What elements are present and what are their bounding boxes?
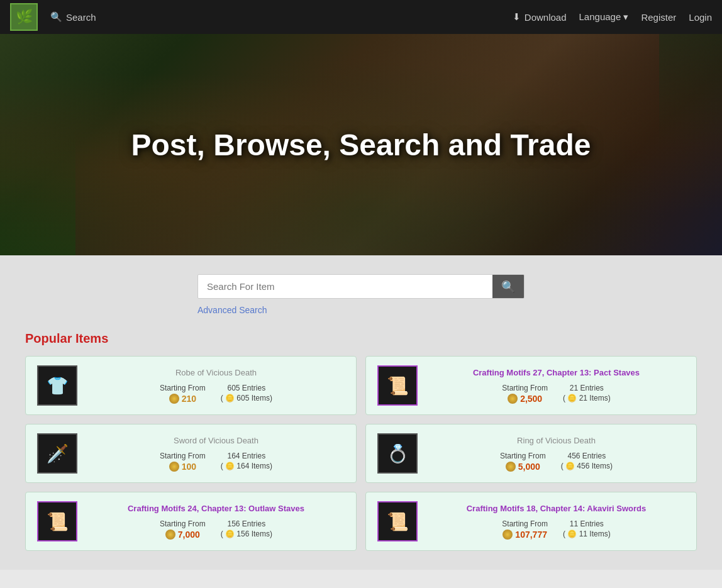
- item-price-block: Starting From 2,500: [502, 384, 548, 404]
- starting-from-label: Starting From: [502, 519, 548, 528]
- item-icon: 📜: [37, 501, 77, 541]
- item-entries-block: 21 Entries ( 🪙 21 Items): [563, 384, 611, 402]
- search-submit-button[interactable]: 🔍: [492, 275, 524, 298]
- item-name: Ring of Vicious Death: [517, 436, 596, 445]
- items-grid: 👕 Robe of Vicious Death Starting From 21…: [25, 356, 697, 551]
- entries-count: 605 Entries: [227, 384, 265, 392]
- item-price: 2,500: [508, 394, 542, 404]
- items-count: ( 🪙 164 Items): [221, 462, 272, 470]
- item-card-robe-vicious-death[interactable]: 👕 Robe of Vicious Death Starting From 21…: [25, 356, 357, 415]
- nav-download-label: Download: [525, 12, 567, 23]
- entries-count: 156 Entries: [227, 519, 265, 528]
- item-icon-symbol: 📜: [387, 511, 409, 532]
- item-icon-symbol: 📜: [47, 511, 69, 532]
- hero-title: Post, Browse, Search and Trade: [131, 128, 591, 162]
- item-price-block: Starting From 7,000: [160, 519, 206, 540]
- coin-icon: [169, 394, 179, 404]
- item-card-crafting-motifs-24[interactable]: 📜 Crafting Motifs 24, Chapter 13: Outlaw…: [25, 492, 357, 551]
- entries-count: 11 Entries: [570, 519, 604, 528]
- item-entries-block: 605 Entries ( 🪙 605 Items): [221, 384, 272, 402]
- item-icon: 📜: [377, 501, 418, 541]
- coin-icon: [503, 530, 513, 540]
- item-icon-symbol: 👕: [47, 375, 69, 396]
- items-count: ( 🪙 605 Items): [221, 394, 272, 402]
- navbar: 🌿 🔍 Search ⬇ Download Language ▾ Registe…: [0, 0, 722, 34]
- search-input[interactable]: [198, 275, 492, 298]
- nav-language-button[interactable]: Language ▾: [579, 11, 629, 23]
- entries-count: 456 Entries: [567, 452, 606, 460]
- item-icon-symbol: 📜: [387, 375, 409, 396]
- item-price-block: Starting From 5,000: [500, 452, 546, 472]
- entries-count: 164 Entries: [227, 452, 265, 460]
- nav-search-button[interactable]: 🔍 Search: [50, 11, 96, 23]
- item-price-block: Starting From 210: [160, 384, 206, 404]
- item-price-block: Starting From 100: [160, 452, 206, 472]
- item-price: 210: [169, 394, 196, 404]
- search-bar: 🔍: [197, 274, 525, 299]
- item-card-sword-vicious-death[interactable]: 🗡️ Sword of Vicious Death Starting From …: [25, 424, 357, 483]
- nav-login-label: Login: [689, 12, 712, 23]
- advanced-search-link[interactable]: Advanced Search: [197, 305, 267, 315]
- item-icon: 🗡️: [37, 433, 77, 474]
- starting-from-label: Starting From: [502, 384, 548, 392]
- site-logo[interactable]: 🌿: [10, 3, 38, 31]
- nav-register-label: Register: [641, 12, 676, 23]
- item-price: 100: [169, 462, 196, 472]
- item-name: Sword of Vicious Death: [174, 436, 258, 445]
- item-card-crafting-motifs-18[interactable]: 📜 Crafting Motifs 18, Chapter 14: Akavir…: [365, 492, 697, 551]
- coin-icon: [169, 462, 179, 472]
- item-price: 107,777: [503, 530, 547, 540]
- search-icon: 🔍: [50, 11, 62, 23]
- starting-from-label: Starting From: [500, 452, 546, 460]
- entries-count: 21 Entries: [570, 384, 604, 392]
- coin-icon: [506, 462, 516, 472]
- starting-from-label: Starting From: [160, 384, 206, 392]
- item-entries-block: 456 Entries ( 🪙 456 Items): [561, 452, 613, 470]
- item-name: Robe of Vicious Death: [175, 368, 257, 377]
- items-count: ( 🪙 21 Items): [563, 394, 611, 402]
- items-count: ( 🪙 11 Items): [563, 530, 611, 538]
- item-card-crafting-motifs-27[interactable]: 📜 Crafting Motifs 27, Chapter 13: Pact S…: [365, 356, 697, 415]
- item-name: Crafting Motifs 24, Chapter 13: Outlaw S…: [128, 504, 304, 513]
- item-price-block: Starting From 107,777: [502, 519, 548, 540]
- coin-icon: [508, 394, 518, 404]
- item-icon: 💍: [377, 433, 418, 474]
- popular-items-title: Popular Items: [25, 331, 697, 346]
- item-entries-block: 164 Entries ( 🪙 164 Items): [221, 452, 272, 470]
- items-count: ( 🪙 456 Items): [561, 462, 613, 470]
- item-icon: 👕: [37, 365, 77, 406]
- nav-language-label: Language: [579, 11, 621, 22]
- popular-items-section: Popular Items 👕 Robe of Vicious Death St…: [0, 325, 722, 570]
- nav-download-button[interactable]: ⬇ Download: [513, 11, 567, 23]
- nav-login-button[interactable]: Login: [689, 12, 712, 23]
- items-count: ( 🪙 156 Items): [221, 530, 272, 538]
- hero-decoration-right: [659, 34, 722, 147]
- item-name: Crafting Motifs 27, Chapter 13: Pact Sta…: [473, 368, 640, 377]
- item-card-ring-vicious-death[interactable]: 💍 Ring of Vicious Death Starting From 5,…: [365, 424, 697, 483]
- starting-from-label: Starting From: [160, 452, 206, 460]
- hero-banner: Post, Browse, Search and Trade: [0, 34, 722, 255]
- item-icon: 📜: [377, 365, 418, 406]
- item-icon-symbol: 🗡️: [47, 443, 69, 464]
- download-icon: ⬇: [513, 11, 521, 23]
- logo-icon: 🌿: [16, 9, 33, 25]
- coin-icon: [165, 530, 175, 540]
- item-icon-symbol: 💍: [387, 443, 409, 464]
- item-name: Crafting Motifs 18, Chapter 14: Akaviri …: [467, 504, 647, 513]
- item-entries-block: 156 Entries ( 🪙 156 Items): [221, 519, 272, 538]
- search-submit-icon: 🔍: [501, 280, 515, 294]
- starting-from-label: Starting From: [160, 519, 206, 528]
- item-price: 5,000: [506, 462, 540, 472]
- item-entries-block: 11 Entries ( 🪙 11 Items): [563, 519, 611, 538]
- nav-search-label: Search: [66, 12, 96, 23]
- nav-register-button[interactable]: Register: [641, 12, 676, 23]
- hero-decoration-left: [0, 130, 75, 255]
- language-chevron-icon: ▾: [623, 11, 628, 22]
- item-price: 7,000: [165, 530, 200, 540]
- search-area: 🔍 Advanced Search: [0, 255, 722, 325]
